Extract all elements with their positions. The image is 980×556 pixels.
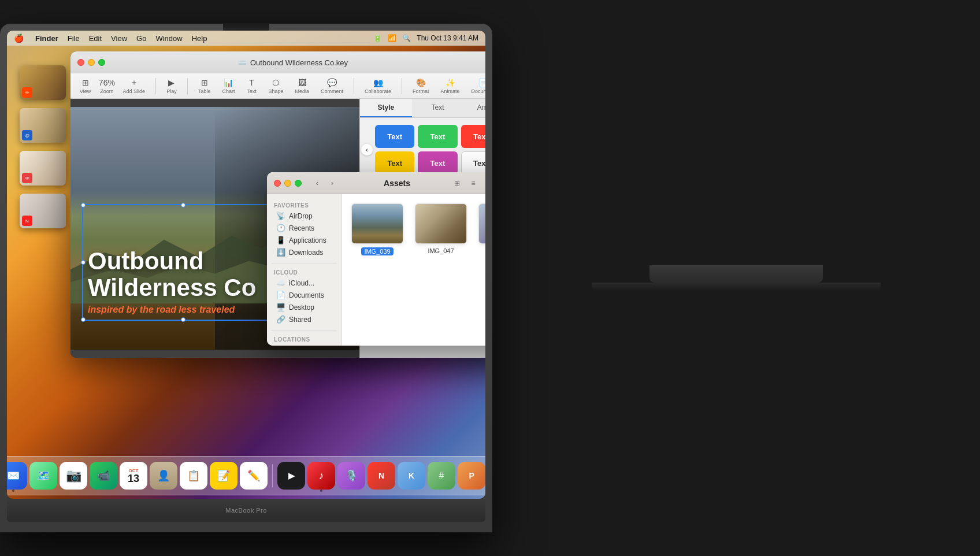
sidebar-downloads[interactable]: ⬇️ Downloads [269, 246, 339, 258]
help-menu[interactable]: Help [192, 34, 207, 43]
shape-btn[interactable]: ⬡ Shape [265, 76, 287, 95]
media-btn[interactable]: 🖼 Media [291, 76, 313, 95]
view-menu[interactable]: View [111, 34, 127, 43]
thumb-img039 [351, 203, 403, 244]
close-button[interactable] [77, 59, 84, 66]
shape-style-outline[interactable]: Text [461, 151, 485, 175]
shared-label: Shared [289, 316, 311, 324]
airdrop-icon: 📡 [276, 212, 285, 220]
dock-podcasts[interactable]: 🎙️ [337, 462, 365, 490]
dock-notes[interactable]: 📝 [210, 462, 237, 490]
macbook-brand-label: MacBook Pro [225, 507, 267, 514]
macbook-stand [649, 265, 823, 283]
dock-facetime[interactable]: 📹 [90, 462, 117, 490]
icloud-label: iCloud... [289, 279, 314, 287]
chart-icon: 📊 [223, 77, 233, 88]
play-icon: ▶ [166, 77, 177, 88]
view-icon: ⊞ [80, 77, 91, 88]
comment-icon: 💬 [326, 77, 337, 88]
app-name-menu[interactable]: Finder [35, 34, 58, 43]
sidebar-desktop[interactable]: 🖥️ Desktop [269, 301, 339, 313]
downloads-label: Downloads [289, 249, 323, 257]
airdrop-label: AirDrop [289, 212, 313, 220]
dock-appletv[interactable]: ▶ [277, 462, 305, 490]
dock-maps[interactable]: 🗺️ [29, 462, 57, 490]
add-slide-icon: ＋ [129, 77, 139, 88]
add-slide-btn[interactable]: ＋ Add Slide [119, 76, 149, 95]
view-btn[interactable]: ⊞ View [76, 76, 94, 95]
finder-body: Favorites 📡 AirDrop 🕐 Recents 📱 [267, 194, 485, 346]
file-item-img039[interactable]: IMG_039 [351, 203, 403, 255]
dock-contacts[interactable]: 👤 [150, 462, 177, 490]
finder-list-view-btn[interactable]: ≡ [467, 177, 480, 190]
sidebar-divider-1 [272, 263, 337, 264]
dock-calendar[interactable]: OCT 13 [120, 462, 147, 490]
stage-thumb-1[interactable]: ✏ [20, 65, 66, 100]
play-btn[interactable]: ▶ Play [163, 76, 180, 95]
format-btn[interactable]: 🎨 Format [409, 76, 433, 95]
dock-freeform[interactable]: ✏️ [240, 462, 268, 490]
dock-keynote[interactable]: K [398, 462, 425, 490]
stage-thumb-3[interactable]: ✉ [20, 151, 66, 186]
tab-text[interactable]: Text [412, 99, 464, 117]
comment-btn[interactable]: 💬 Comment [317, 76, 347, 95]
search-icon[interactable]: 🔍 [402, 34, 411, 42]
dock-music[interactable]: ♪ [307, 462, 335, 490]
shape-style-red[interactable]: Text [461, 125, 485, 148]
file-menu[interactable]: File [68, 34, 80, 43]
finder-titlebar: ‹ › Assets ⊞ ≡ ↕ ⬆ 🏷 » 🔍 [267, 172, 485, 194]
table-btn[interactable]: ⊞ Table [195, 76, 214, 95]
dock-photos[interactable]: 📷 [60, 462, 87, 490]
sidebar-documents[interactable]: 📄 Documents [269, 289, 339, 301]
dock: 😊 ⚏ 🧭 💬 ✉️ [7, 456, 485, 495]
maximize-button[interactable] [98, 59, 105, 66]
locations-header: Locations [267, 335, 341, 344]
sidebar-icloud[interactable]: ☁️ iCloud... [269, 277, 339, 289]
dock-mail[interactable]: ✉️ [7, 462, 27, 490]
filename-img039: IMG_039 [361, 247, 393, 255]
file-item-img047[interactable]: IMG_047 [415, 203, 467, 255]
animate-btn[interactable]: ✨ Animate [437, 76, 463, 95]
shape-style-yellow[interactable]: Text [375, 151, 414, 175]
finder-close-button[interactable] [274, 180, 281, 187]
finder-title: Assets [348, 179, 446, 188]
zoom-btn[interactable]: 76% Zoom [96, 76, 117, 95]
tab-style[interactable]: Style [360, 99, 412, 117]
text-icon: T [246, 77, 257, 88]
toolbar-sep-4 [402, 78, 402, 94]
minimize-button[interactable] [88, 59, 95, 66]
finder-maximize-button[interactable] [295, 180, 302, 187]
finder-minimize-button[interactable] [284, 180, 291, 187]
sidebar-applications[interactable]: 📱 Applications [269, 234, 339, 246]
file-item-img062[interactable]: IMG_062 [478, 203, 485, 255]
window-menu[interactable]: Window [155, 34, 182, 43]
stage-thumb-4[interactable]: N [20, 194, 66, 228]
dock-reminders[interactable]: 📋 [180, 462, 207, 490]
stage-thumb-2[interactable]: @ [20, 108, 66, 143]
document-btn[interactable]: 📄 Document [468, 76, 486, 95]
go-menu[interactable]: Go [136, 34, 146, 43]
finder-grid-view-btn[interactable]: ⊞ [451, 177, 463, 190]
shape-style-blue[interactable]: Text [375, 125, 414, 148]
battery-icon: 🔋 [373, 34, 382, 42]
sidebar-recents[interactable]: 🕐 Recents [269, 222, 339, 234]
edit-menu[interactable]: Edit [89, 34, 102, 43]
sidebar-shared[interactable]: 🔗 Shared [269, 313, 339, 325]
sidebar-airdrop[interactable]: 📡 AirDrop [269, 210, 339, 222]
text-btn[interactable]: T Text [243, 76, 260, 95]
apple-menu[interactable]: 🍎 [14, 34, 24, 43]
dock-news[interactable]: N [368, 462, 395, 490]
carousel-left-arrow[interactable]: ‹ [361, 144, 373, 155]
shape-style-green[interactable]: Text [418, 125, 457, 148]
shape-style-magenta[interactable]: Text [418, 151, 457, 175]
dock-numbers[interactable]: # [428, 462, 455, 490]
finder-window: ‹ › Assets ⊞ ≡ ↕ ⬆ 🏷 » 🔍 [267, 172, 485, 346]
dock-pages[interactable]: P [458, 462, 485, 490]
finder-back-button[interactable]: ‹ [311, 177, 324, 190]
zoom-icon: 76% [102, 77, 112, 88]
chart-btn[interactable]: 📊 Chart [218, 76, 238, 95]
tab-arrange[interactable]: Arrange [463, 99, 485, 117]
finder-sort-btn[interactable]: ↕ [483, 177, 485, 190]
collaborate-btn[interactable]: 👥 Collaborate [361, 76, 395, 95]
finder-forward-button[interactable]: › [326, 177, 339, 190]
